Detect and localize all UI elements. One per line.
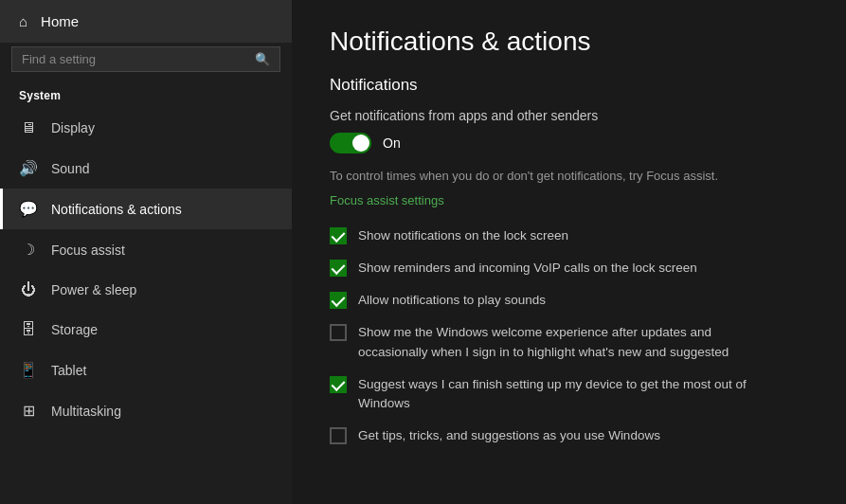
checkbox-sounds-label: Allow notifications to play sounds	[358, 291, 546, 310]
storage-icon: 🗄	[19, 321, 38, 338]
checkbox-welcome-label: Show me the Windows welcome experience a…	[358, 323, 765, 362]
sidebar-item-label: Notifications & actions	[51, 202, 182, 217]
search-icon[interactable]: 🔍	[255, 52, 270, 66]
sidebar-item-label: Display	[51, 120, 95, 135]
focus-icon: ☽	[19, 241, 38, 259]
search-input[interactable]	[22, 52, 247, 66]
checkbox-lock-screen-input[interactable]	[330, 227, 347, 244]
power-icon: ⏻	[19, 281, 38, 298]
checkbox-lock-screen-label: Show notifications on the lock screen	[358, 226, 568, 245]
focus-assist-link[interactable]: Focus assist settings	[330, 193, 444, 207]
checkbox-tips-label: Get tips, tricks, and suggestions as you…	[358, 426, 660, 445]
checkbox-welcome: Show me the Windows welcome experience a…	[330, 323, 808, 362]
sidebar-item-storage[interactable]: 🗄 Storage	[0, 310, 292, 350]
checkbox-lock-screen: Show notifications on the lock screen	[330, 226, 808, 245]
sidebar-item-tablet[interactable]: 📱 Tablet	[0, 350, 292, 390]
checkbox-welcome-input[interactable]	[330, 324, 347, 341]
sidebar-home-button[interactable]: ⌂ Home	[0, 0, 292, 43]
notifications-icon: 💬	[19, 200, 38, 218]
checkbox-sounds: Allow notifications to play sounds	[330, 291, 808, 310]
sidebar-item-label: Focus assist	[51, 243, 125, 258]
checkbox-voip-input[interactable]	[330, 260, 347, 277]
checkbox-setup: Suggest ways I can finish setting up my …	[330, 375, 808, 414]
checkbox-setup-label: Suggest ways I can finish setting up my …	[358, 375, 765, 414]
toggle-row: On	[330, 133, 808, 153]
sidebar-item-multitasking[interactable]: ⊞ Multitasking	[0, 390, 292, 431]
checkbox-voip: Show reminders and incoming VoIP calls o…	[330, 259, 808, 278]
sidebar-item-label: Power & sleep	[51, 282, 136, 297]
checkbox-voip-label: Show reminders and incoming VoIP calls o…	[358, 259, 697, 278]
sidebar-item-power[interactable]: ⏻ Power & sleep	[0, 270, 292, 310]
sidebar-item-label: Sound	[51, 161, 89, 176]
checkbox-tips: Get tips, tricks, and suggestions as you…	[330, 426, 808, 445]
checkbox-tips-input[interactable]	[330, 427, 347, 444]
tablet-icon: 📱	[19, 361, 38, 379]
sidebar-item-display[interactable]: 🖥 Display	[0, 108, 292, 148]
focus-assist-text: To control times when you do or don't ge…	[330, 167, 756, 186]
display-icon: 🖥	[19, 119, 38, 136]
page-title: Notifications & actions	[330, 27, 808, 57]
checkbox-sounds-input[interactable]	[330, 292, 347, 309]
sidebar-home-label: Home	[41, 13, 79, 29]
main-content: Notifications & actions Notifications Ge…	[292, 0, 846, 504]
sidebar-item-sound[interactable]: 🔊 Sound	[0, 148, 292, 189]
sidebar-item-notifications[interactable]: 💬 Notifications & actions	[0, 189, 292, 229]
sidebar-item-label: Multitasking	[51, 404, 121, 419]
toggle-label: On	[383, 135, 401, 151]
sidebar-item-label: Tablet	[51, 363, 86, 378]
sidebar: ⌂ Home 🔍 System 🖥 Display 🔊 Sound 💬 Noti…	[0, 0, 292, 504]
sidebar-section-label: System	[0, 80, 292, 108]
section-title: Notifications	[330, 76, 808, 95]
get-notif-label: Get notifications from apps and other se…	[330, 108, 808, 123]
search-box: 🔍	[11, 46, 280, 72]
multitasking-icon: ⊞	[19, 402, 38, 420]
sound-icon: 🔊	[19, 159, 38, 177]
home-icon: ⌂	[19, 13, 27, 29]
sidebar-item-focus[interactable]: ☽ Focus assist	[0, 229, 292, 270]
checkbox-setup-input[interactable]	[330, 376, 347, 393]
notifications-toggle[interactable]	[330, 133, 371, 153]
sidebar-item-label: Storage	[51, 322, 98, 337]
